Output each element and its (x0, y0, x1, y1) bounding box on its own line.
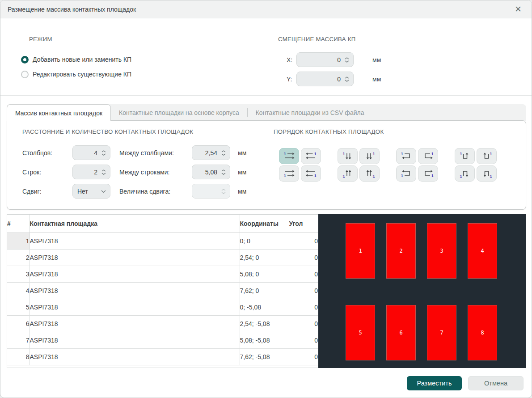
columns-value: 4 (77, 149, 97, 157)
place-button[interactable]: Разместить (407, 376, 462, 390)
radio-add-new[interactable]: Добавить новые или заменить КП (21, 54, 131, 65)
svg-text:1: 1 (431, 174, 433, 178)
svg-text:1: 1 (401, 174, 403, 178)
order-snake-cols-from-top-right[interactable]: 1 (477, 148, 497, 164)
col-header-coords: Координаты (240, 215, 289, 233)
tab-pad-array[interactable]: Массив контактных площадок (7, 104, 111, 121)
spinner-up-icon[interactable] (101, 169, 106, 172)
row-coords-cell: 5,08; 0 (240, 266, 289, 282)
order-pattern-icon: 1 (364, 151, 376, 161)
svg-text:1: 1 (372, 174, 375, 178)
table-row[interactable]: 8ASPI73187,62; -5,080 (7, 348, 318, 365)
spinner-down-icon[interactable] (345, 60, 349, 63)
row-angle-cell: 0 (289, 266, 318, 282)
spinner-down-icon[interactable] (345, 80, 349, 82)
order-cols-down-from-top-right[interactable]: 1 (359, 148, 380, 164)
order-snake-cols-from-bottom-left[interactable]: 1 (455, 165, 475, 182)
order-cols-down-from-top-left[interactable]: 1 (338, 148, 358, 164)
row-coords-cell: 5,08; -5,08 (240, 332, 289, 348)
row-num-cell: 8 (7, 348, 30, 365)
row-angle-cell: 0 (289, 249, 318, 266)
tab-pads-from-footprint[interactable]: Контактные площадки на основе корпуса (111, 104, 247, 121)
radio-unselected-icon[interactable] (21, 71, 29, 78)
spinner-up-icon[interactable] (221, 169, 226, 172)
table-row[interactable]: 6ASPI73182,54; -5,080 (7, 315, 318, 332)
order-snake-rows-from-bottom-right[interactable]: 1 (418, 165, 438, 182)
order-snake-rows-from-bottom-left[interactable]: 1 (396, 165, 416, 182)
order-snake-rows-from-top-right[interactable]: 1 (418, 148, 438, 164)
order-cols-up-from-bottom-left[interactable]: 1 (338, 165, 358, 182)
order-rows-right-from-bottom-left[interactable]: 1 (279, 165, 299, 182)
tab-pad-array-label: Массив контактных площадок (15, 110, 102, 117)
close-icon[interactable]: ✕ (512, 4, 524, 14)
shift-select[interactable]: Нет (72, 184, 110, 199)
row-spacing-spinner[interactable]: 5,08 (192, 165, 230, 179)
offset-x-value: 0 (301, 56, 341, 64)
spinner-down-icon[interactable] (221, 173, 226, 175)
offset-x-row: X: 0 мм (287, 52, 381, 67)
order-pattern-icon: 1 (459, 151, 471, 161)
spinner-up-icon[interactable] (345, 76, 349, 79)
rows-spinner[interactable]: 2 (72, 165, 110, 179)
order-snake-rows-from-top-left[interactable]: 1 (396, 148, 416, 164)
svg-text:1: 1 (314, 152, 316, 156)
cancel-button[interactable]: Отмена (468, 376, 524, 390)
row-num-cell: 5 (7, 299, 30, 315)
order-pattern-icon: 1 (401, 151, 412, 161)
columns-spinner[interactable]: 4 (72, 145, 110, 160)
pad-array-tab-panel: РАССТОЯНИЕ И КОЛИЧЕСТВО КОНТАКТНЫХ ПЛОЩА… (7, 120, 526, 210)
radio-selected-icon[interactable] (21, 56, 29, 64)
spinner-up-icon[interactable] (345, 57, 349, 59)
chevron-down-icon (101, 190, 106, 193)
offset-x-spinner[interactable]: 0 (296, 52, 354, 67)
row-coords-cell: 2,54; -5,08 (240, 315, 289, 332)
table-row[interactable]: 1ASPI73180; 00 (7, 233, 318, 249)
radio-edit-existing-label: Редактировать существующие КП (33, 71, 131, 78)
order-pattern-icon: 1 (401, 169, 412, 178)
order-snake-cols-from-top-left[interactable]: 1 (455, 148, 475, 164)
spacing-heading: РАССТОЯНИЕ И КОЛИЧЕСТВО КОНТАКТНЫХ ПЛОЩА… (22, 128, 193, 135)
order-rows-right-from-top-left[interactable]: 1 (279, 148, 299, 164)
radio-edit-existing[interactable]: Редактировать существующие КП (21, 69, 131, 80)
spinner-down-icon[interactable] (221, 153, 226, 156)
preview-pad: 2 (386, 223, 416, 279)
shift-amount-unit: мм (238, 188, 246, 195)
preview-canvas: 12345678 (318, 214, 526, 368)
offset-y-spinner[interactable]: 0 (296, 72, 354, 86)
shift-value: Нет (77, 188, 101, 195)
table-row[interactable]: 5ASPI73180; -5,080 (7, 299, 318, 315)
order-cols-up-from-bottom-right[interactable]: 1 (359, 165, 380, 182)
shift-row: Сдвиг: Нет Величина сдвига: мм (22, 184, 246, 199)
order-pattern-icon: 1 (283, 169, 295, 178)
order-pattern-icon: 1 (459, 169, 471, 178)
row-angle-cell: 0 (289, 348, 318, 365)
pad-array-dialog: Размещение массива контактных площадок ✕… (0, 0, 532, 398)
row-num-cell: 7 (7, 332, 30, 348)
offset-x-unit: мм (372, 56, 381, 64)
spinner-down-icon (221, 192, 226, 194)
table-row[interactable]: 7ASPI73185,08; -5,080 (7, 332, 318, 348)
svg-text:1: 1 (342, 152, 345, 156)
order-rows-left-from-bottom-right[interactable]: 1 (301, 165, 321, 182)
spinner-up-icon[interactable] (221, 150, 226, 152)
spinner-up-icon[interactable] (101, 150, 106, 152)
order-rows-left-from-top-right[interactable]: 1 (301, 148, 321, 164)
column-spacing-spinner[interactable]: 2,54 (192, 145, 230, 160)
spinner-up-icon (221, 189, 226, 191)
rows-value: 2 (77, 169, 97, 176)
row-spacing-unit: мм (238, 169, 246, 176)
columns-label: Столбцов: (22, 149, 72, 157)
table-row[interactable]: 3ASPI73185,08; 00 (7, 266, 318, 282)
order-snake-cols-from-bottom-right[interactable]: 1 (477, 165, 497, 182)
row-coords-cell: 7,62; -5,08 (240, 348, 289, 365)
shift-amount-spinner (192, 184, 230, 199)
offset-y-row: Y: 0 мм (287, 72, 381, 86)
tab-pads-from-csv[interactable]: Контактные площадки из CSV файла (248, 104, 372, 121)
spinner-down-icon[interactable] (101, 173, 106, 175)
row-angle-cell: 0 (289, 282, 318, 299)
table-row[interactable]: 4ASPI73187,62; 00 (7, 282, 318, 299)
spinner-down-icon[interactable] (101, 153, 106, 156)
table-row[interactable]: 2ASPI73182,54; 00 (7, 249, 318, 266)
order-group: 1111 (279, 148, 321, 182)
order-pattern-icon: 1 (422, 169, 434, 178)
